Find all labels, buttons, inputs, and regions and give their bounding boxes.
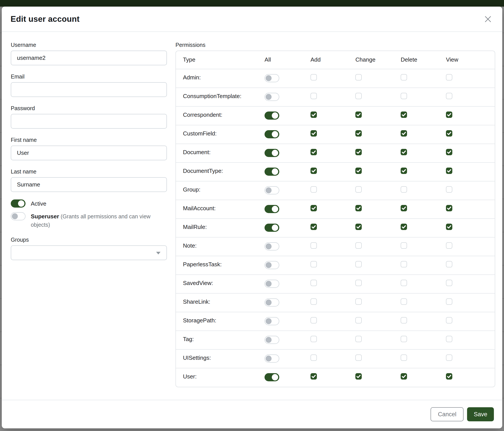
permission-delete-checkbox[interactable]: [401, 130, 407, 136]
permission-delete-checkbox[interactable]: [401, 205, 407, 211]
permission-add-checkbox[interactable]: [310, 186, 317, 193]
permission-all-toggle[interactable]: [265, 317, 279, 325]
permission-delete-checkbox[interactable]: [401, 317, 407, 323]
permission-add-checkbox[interactable]: [310, 280, 317, 286]
permission-change-checkbox[interactable]: [355, 242, 362, 249]
permission-all-toggle[interactable]: [265, 186, 279, 194]
username-input[interactable]: [11, 51, 167, 65]
permission-all-toggle[interactable]: [265, 168, 279, 176]
permission-add-checkbox[interactable]: [310, 168, 317, 174]
groups-select[interactable]: [11, 245, 167, 260]
permission-add-checkbox[interactable]: [310, 298, 317, 305]
permission-delete-checkbox[interactable]: [401, 186, 407, 193]
permission-delete-checkbox[interactable]: [401, 298, 407, 305]
permission-add-checkbox[interactable]: [310, 93, 317, 99]
permission-add-checkbox[interactable]: [310, 336, 317, 342]
superuser-toggle[interactable]: [11, 212, 26, 220]
permission-view-checkbox[interactable]: [446, 186, 452, 193]
permission-view-checkbox[interactable]: [446, 168, 452, 174]
permission-view-checkbox[interactable]: [446, 373, 452, 379]
permission-add-checkbox[interactable]: [310, 130, 317, 136]
permission-change-checkbox[interactable]: [355, 354, 362, 361]
permission-delete-checkbox[interactable]: [401, 224, 407, 230]
permission-all-toggle[interactable]: [265, 280, 279, 288]
permission-delete-checkbox[interactable]: [401, 74, 407, 81]
permission-add-checkbox[interactable]: [310, 224, 317, 230]
permission-change-checkbox[interactable]: [355, 111, 362, 118]
cancel-button[interactable]: Cancel: [431, 407, 464, 421]
permission-change-checkbox[interactable]: [355, 373, 362, 379]
permission-change-checkbox[interactable]: [355, 224, 362, 230]
permission-delete-checkbox[interactable]: [401, 373, 407, 379]
permission-change-checkbox[interactable]: [355, 298, 362, 305]
permission-add-checkbox[interactable]: [310, 149, 317, 155]
permission-add-checkbox[interactable]: [310, 317, 317, 323]
permission-all-toggle[interactable]: [265, 130, 279, 138]
permission-delete-checkbox[interactable]: [401, 261, 407, 267]
permission-view-checkbox[interactable]: [446, 224, 452, 230]
permission-view-checkbox[interactable]: [446, 298, 452, 305]
permission-delete-checkbox[interactable]: [401, 168, 407, 174]
permission-delete-checkbox[interactable]: [401, 149, 407, 155]
active-toggle[interactable]: [11, 199, 26, 207]
permission-delete-checkbox[interactable]: [401, 354, 407, 361]
permission-delete-checkbox[interactable]: [401, 336, 407, 342]
permission-delete-checkbox[interactable]: [401, 242, 407, 249]
permission-change-checkbox[interactable]: [355, 280, 362, 286]
permission-delete-checkbox[interactable]: [401, 93, 407, 99]
permission-all-toggle[interactable]: [265, 298, 279, 306]
permission-view-checkbox[interactable]: [446, 354, 452, 361]
permission-all-toggle[interactable]: [265, 205, 279, 213]
permission-all-toggle[interactable]: [265, 74, 279, 82]
permission-all-toggle[interactable]: [265, 261, 279, 269]
email-field[interactable]: [11, 82, 167, 97]
permission-delete-checkbox[interactable]: [401, 280, 407, 286]
permission-change-checkbox[interactable]: [355, 205, 362, 211]
permission-view-checkbox[interactable]: [446, 261, 452, 267]
permission-change-checkbox[interactable]: [355, 130, 362, 136]
close-icon[interactable]: [483, 14, 493, 24]
permission-add-checkbox[interactable]: [310, 205, 317, 211]
last-name-field[interactable]: [11, 177, 167, 192]
permission-add-checkbox[interactable]: [310, 261, 317, 267]
permission-add-checkbox[interactable]: [310, 373, 317, 379]
permission-all-toggle[interactable]: [265, 354, 279, 363]
permission-add-checkbox[interactable]: [310, 242, 317, 249]
permission-all-toggle[interactable]: [265, 111, 279, 120]
first-name-label: First name: [11, 136, 167, 144]
permission-view-checkbox[interactable]: [446, 336, 452, 342]
permission-view-checkbox[interactable]: [446, 280, 452, 286]
permission-change-checkbox[interactable]: [355, 93, 362, 99]
save-button[interactable]: Save: [467, 407, 494, 421]
permission-view-checkbox[interactable]: [446, 130, 452, 136]
permission-delete-checkbox[interactable]: [401, 111, 407, 118]
permission-view-checkbox[interactable]: [446, 74, 452, 81]
permission-change-checkbox[interactable]: [355, 149, 362, 155]
permission-all-toggle[interactable]: [265, 93, 279, 101]
permission-add-checkbox[interactable]: [310, 354, 317, 361]
permission-view-checkbox[interactable]: [446, 149, 452, 155]
permission-all-toggle[interactable]: [265, 149, 279, 157]
permission-change-checkbox[interactable]: [355, 74, 362, 81]
permission-add-checkbox[interactable]: [310, 111, 317, 118]
permission-all-toggle[interactable]: [265, 242, 279, 251]
permission-all-toggle[interactable]: [265, 336, 279, 344]
dialog-title: Edit user account: [10, 15, 80, 24]
permission-view-checkbox[interactable]: [446, 93, 452, 99]
permission-change-checkbox[interactable]: [355, 186, 362, 193]
permission-view-checkbox[interactable]: [446, 242, 452, 249]
permission-view-checkbox[interactable]: [446, 317, 452, 323]
permission-all-toggle[interactable]: [265, 373, 279, 381]
toggle-knob: [272, 150, 278, 156]
permission-change-checkbox[interactable]: [355, 168, 362, 174]
permission-add-checkbox[interactable]: [310, 74, 317, 81]
permission-change-checkbox[interactable]: [355, 317, 362, 323]
permission-change-checkbox[interactable]: [355, 261, 362, 267]
permission-change-checkbox[interactable]: [355, 336, 362, 342]
password-field[interactable]: [11, 114, 167, 129]
permission-all-toggle[interactable]: [265, 224, 279, 232]
permission-view-checkbox[interactable]: [446, 111, 452, 118]
first-name-field[interactable]: [11, 146, 167, 160]
permissions-table-body: Admin:ConsumptionTemplate:Correspondent:…: [176, 69, 495, 387]
permission-view-checkbox[interactable]: [446, 205, 452, 211]
